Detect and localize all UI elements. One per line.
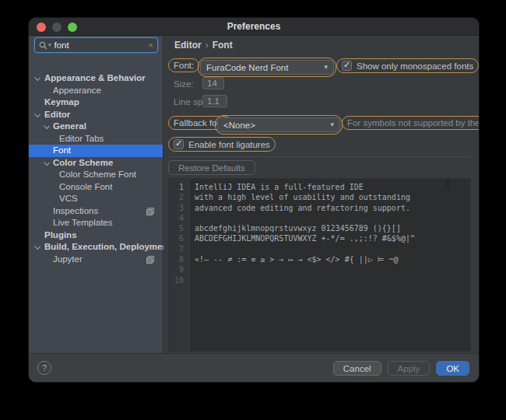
sidebar-item-keymap[interactable]: Keymap — [29, 96, 163, 109]
line-spacing-field[interactable]: 1.1 — [202, 95, 227, 107]
preview-line — [190, 213, 470, 223]
fallback-hint-highlight: For symbols not supported by the main fo… — [342, 116, 479, 130]
dialog-body: ▾ × Appearance & Behavior Appearance Key… — [29, 36, 479, 353]
search-input[interactable] — [54, 40, 149, 50]
size-label: Size: — [174, 79, 194, 89]
chevron-down-icon: ▾ — [324, 63, 328, 71]
breadcrumb-font: Font — [213, 40, 233, 51]
cancel-button[interactable]: Cancel — [333, 361, 381, 376]
preview-line: IntelliJ IDEA is a full-featured IDE — [190, 182, 470, 192]
sidebar-item-build-execution-deployment[interactable]: Build, Execution, Deployment — [29, 241, 163, 254]
sidebar-item-editor[interactable]: Editor — [29, 109, 163, 121]
settings-tree: Appearance & Behavior Appearance Keymap … — [29, 72, 163, 265]
sidebar-item-live-templates[interactable]: Live Templates — [29, 217, 163, 229]
show-monospaced-checkbox[interactable]: ✓ Show only monospaced fonts — [342, 61, 473, 71]
breadcrumb: Editor›Font — [174, 40, 233, 51]
sidebar-item-jupyter[interactable]: Jupyter — [29, 254, 163, 266]
monospace-checkbox-highlight: ✓ Show only monospaced fonts — [336, 58, 479, 73]
sidebar-item-general[interactable]: General — [29, 121, 163, 133]
breadcrumb-editor[interactable]: Editor — [174, 40, 202, 51]
preview-line — [190, 275, 470, 285]
chevron-down-icon[interactable] — [34, 112, 40, 118]
preview-line: ABCDEFGHIJKLMNOPQRSTUVWXYZ +-*/= .,;:!? … — [190, 233, 470, 243]
section-divider — [168, 156, 471, 157]
preview-line: «!— -- ≠ := ≡ ≥ ≻ ⇒ ↦ → <$> </> #{ ||▷ ⊨… — [190, 254, 470, 264]
fallback-font-select[interactable]: <None> ▾ — [217, 117, 340, 132]
help-button[interactable]: ? — [37, 361, 51, 375]
font-label: Font: — [174, 61, 194, 70]
ligatures-checkbox-highlight: ✓ Enable font ligatures — [168, 137, 276, 152]
traffic-lights — [37, 23, 77, 32]
font-label-highlight: Font: — [168, 58, 199, 72]
apply-button[interactable]: Apply — [388, 361, 430, 376]
dialog-footer: ? Cancel Apply OK — [29, 353, 479, 382]
sidebar-item-font[interactable]: Font — [29, 145, 163, 157]
sidebar-item-console-font[interactable]: Console Font — [29, 181, 163, 194]
ok-button[interactable]: OK — [436, 361, 469, 376]
font-preview-editor[interactable]: 1 2 3 4 5 6 7 8 9 10 IntelliJ IDEA is a … — [168, 178, 471, 352]
window-title: Preferences — [227, 21, 281, 32]
enable-ligatures-checkbox[interactable]: ✓ Enable font ligatures — [174, 139, 270, 149]
sidebar-item-inspections[interactable]: Inspections — [29, 205, 163, 218]
footer-buttons: Cancel Apply OK — [333, 361, 469, 376]
settings-badge-icon — [146, 208, 154, 215]
font-family-select[interactable]: FuraCode Nerd Font ▾ — [200, 60, 334, 75]
settings-badge-icon — [146, 256, 154, 264]
clear-search-icon[interactable]: × — [149, 40, 153, 50]
checkbox-checked-icon[interactable]: ✓ — [174, 139, 184, 149]
preview-line: with a high level of usability and outst… — [190, 192, 470, 202]
breadcrumb-separator: › — [202, 40, 213, 51]
restore-defaults-button[interactable]: Restore Defaults — [168, 160, 255, 175]
search-icon: ▾ — [39, 41, 51, 50]
sidebar-item-color-scheme-font[interactable]: Color Scheme Font — [29, 169, 163, 181]
sidebar-item-vcs[interactable]: VCS — [29, 193, 163, 205]
search-options-caret-icon: ▾ — [48, 42, 51, 48]
chevron-down-icon: ▾ — [330, 121, 334, 128]
preview-line — [190, 264, 470, 275]
editor-gutter: 1 2 3 4 5 6 7 8 9 10 — [169, 179, 189, 351]
preview-line: advanced code editing and refactoring su… — [190, 203, 470, 213]
chevron-down-icon[interactable] — [34, 244, 40, 250]
chevron-down-icon[interactable] — [34, 75, 40, 82]
fallback-hint-text: For symbols not supported by the main fo… — [347, 118, 479, 128]
sidebar-item-editor-tabs[interactable]: Editor Tabs — [29, 133, 163, 145]
minimize-window-button[interactable] — [52, 23, 61, 32]
font-combo-highlight: FuraCode Nerd Font ▾ — [198, 58, 336, 77]
settings-sidebar: ▾ × Appearance & Behavior Appearance Key… — [29, 36, 163, 353]
preferences-window: Preferences ▾ × Appearance & Behavior Ap… — [28, 17, 480, 383]
zoom-window-button[interactable] — [68, 23, 77, 32]
chevron-down-icon[interactable] — [44, 160, 50, 166]
right-margin-guide — [445, 179, 450, 189]
preview-text-area[interactable]: IntelliJ IDEA is a full-featured IDE wit… — [190, 179, 470, 351]
sidebar-item-plugins[interactable]: Plugins — [29, 229, 163, 242]
sidebar-item-color-scheme[interactable]: Color Scheme — [29, 157, 163, 170]
fallback-combo-highlight: <None> ▾ — [215, 115, 343, 135]
size-field[interactable]: 14 — [202, 77, 224, 89]
chevron-down-icon[interactable] — [44, 124, 50, 130]
settings-search-box[interactable]: ▾ × — [34, 37, 158, 53]
preview-line — [190, 244, 470, 254]
checkbox-checked-icon[interactable]: ✓ — [342, 61, 352, 71]
preview-line: abcdefghijklmnopqrstuvwxyz 0123456789 ()… — [190, 223, 470, 233]
title-bar: Preferences — [29, 18, 479, 36]
sidebar-item-appearance[interactable]: Appearance — [29, 85, 163, 97]
font-settings-panel: Editor›Font Font: FuraCode Nerd Font ▾ ✓… — [163, 36, 479, 353]
sidebar-item-appearance-behavior[interactable]: Appearance & Behavior — [29, 72, 163, 85]
close-window-button[interactable] — [37, 23, 46, 32]
